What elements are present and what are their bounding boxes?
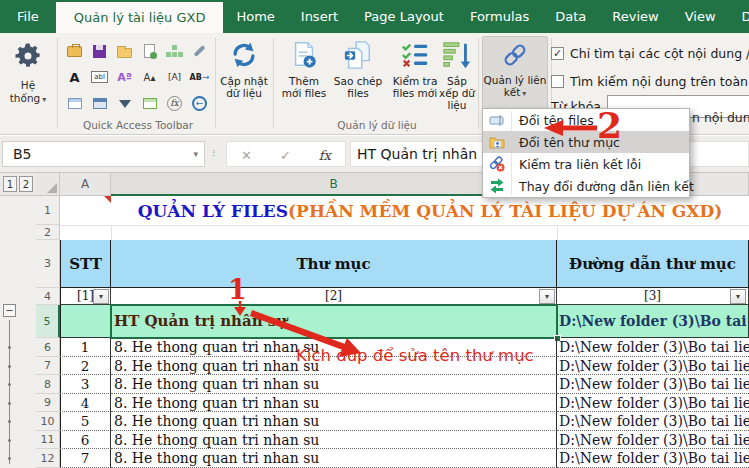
select-text-icon[interactable] [162,64,187,90]
formula-bar-grip-icon[interactable] [212,147,217,160]
briefcase-search-icon[interactable] [62,38,87,64]
cell-path[interactable]: D:\New folder (3)\Bo tai lieu [557,449,749,468]
save-icon[interactable] [87,38,112,64]
cell-folder[interactable]: 8. He thong quan tri nhan su [111,449,557,468]
cell-folder[interactable]: 8. He thong quan tri nhan su [111,357,557,375]
search-option-1[interactable]: Chỉ tìm tại các cột nội dung / mô [551,46,749,61]
menu-item-rename-folder[interactable]: Đổi tên thư mục [483,131,689,153]
cell-path[interactable]: D:\New folder (3)\Bo tai lieu [557,394,749,412]
tab-view[interactable]: View [672,0,729,33]
enter-icon[interactable] [280,145,291,164]
wrench-icon[interactable] [187,38,212,64]
filter-dropdown-a-icon[interactable] [93,289,109,304]
menu-item-rename-files[interactable]: Đổi tên files [483,109,689,131]
cell-folder[interactable]: 8. He thong quan tri nhan su [111,394,557,412]
cell-stt[interactable]: 7 [60,449,111,468]
tab-insert[interactable]: Insert [288,0,351,33]
chevron-down-icon[interactable]: ▾ [193,149,198,159]
font-size-up-icon[interactable] [137,64,162,90]
cell-stt[interactable]: 4 [60,394,111,412]
active-row-cell-a[interactable] [61,305,111,338]
system-menu-button[interactable]: Hệ thống [0,33,56,133]
update-data-button[interactable]: Cập nhật dữ liệu [217,36,271,122]
header-cell-stt[interactable]: STT [61,240,111,288]
cancel-icon[interactable] [241,145,252,164]
tab-home[interactable]: Home [223,0,287,33]
outline-level-2-button[interactable]: 2 [19,176,33,192]
cell-folder[interactable]: 8. He thong quan tri nhan su [111,338,557,357]
checkbox-unchecked-icon[interactable] [551,75,564,88]
tab-review[interactable]: Review [599,0,671,33]
cell-folder[interactable]: 8. He thong quan tri nhan su [111,375,557,394]
row-header-4[interactable]: 4 [36,288,60,305]
sitemap-icon[interactable] [162,38,187,64]
select-all-button[interactable] [36,173,60,196]
row-header-9[interactable]: 9 [36,394,60,412]
cell-path[interactable]: D:\New folder (3)\Bo tai lieu [557,412,749,431]
active-cell-b5[interactable]: HT Quản trị nhân sự [111,305,557,338]
search-content-button-fragment[interactable]: n nội dung [692,110,749,125]
cell-stt[interactable]: 2 [60,357,111,375]
sheet-title[interactable]: QUẢN LÝ FILES (PHẦN MỀM QUẢN LÝ TÀI LIỆU… [111,196,749,225]
sort-data-button[interactable]: Sắp xếp dữ liệu [437,36,477,122]
tab-file[interactable]: File [0,0,56,33]
table-format-icon[interactable] [137,90,162,116]
cell-path[interactable]: D:\New folder (3)\Bo tai lieu [557,431,749,449]
row-header-2[interactable]: 2 [36,225,60,240]
table-search-icon[interactable] [62,90,87,116]
filter-cell-b[interactable]: [2] [111,288,557,305]
back-arrow-icon[interactable] [187,90,212,116]
function-icon[interactable] [162,90,187,116]
menu-item-check-broken-links[interactable]: Kiểm tra liên kết lỗi [483,153,689,175]
cell-folder[interactable]: 8. He thong quan tri nhan su [111,412,557,431]
cell-stt[interactable]: 5 [60,412,111,431]
cell-stt[interactable]: 6 [60,431,111,449]
open-folder-icon[interactable] [112,38,137,64]
row-header-10[interactable]: 10 [36,412,60,431]
row-header-12[interactable]: 12 [36,449,60,468]
filter-cell-c[interactable]: [3] [557,288,749,305]
tab-quan-ly-tai-lieu-gxd[interactable]: Quản lý tài liệu GXD [56,2,224,33]
header-cell-thu-muc[interactable]: Thư mục [111,240,557,288]
row-header-5[interactable]: 5 [36,305,60,338]
search-option-2[interactable]: Tìm kiếm nội dung trên toàn bộ W [551,74,749,89]
excel-window: File Quản lý tài liệu GXD Home Insert Pa… [0,0,749,468]
filter-dropdown-b-icon[interactable] [539,289,555,304]
tab-formulas[interactable]: Formulas [457,0,542,33]
cell-path[interactable]: D:\New folder (3)\Bo tai lieu [557,357,749,375]
add-files-button[interactable]: Thêm mới files [278,36,330,122]
autonumber-icon[interactable] [187,64,212,90]
column-header-a[interactable]: A [60,173,111,196]
cell-path[interactable]: D:\New folder (3)\Bo tai lieu [557,375,749,394]
filter-dropdown-c-icon[interactable] [730,289,746,304]
header-cell-duong-dan[interactable]: Đường dẫn thư mục [557,240,749,288]
menu-item-change-link-path[interactable]: Thay đổi đường dẫn liên kết [483,175,689,197]
row-header-11[interactable]: 11 [36,431,60,449]
check-files-button[interactable]: Kiểm tra files mới [387,36,443,122]
row-header-6[interactable]: 6 [36,338,60,357]
bold-a-icon[interactable] [62,64,87,90]
copy-files-button[interactable]: Sao chép files [331,36,385,122]
tab-page-layout[interactable]: Page Layout [351,0,457,33]
cell-folder[interactable]: 8. He thong quan tri nhan su [111,431,557,449]
row-header-1[interactable]: 1 [36,196,60,225]
textbox-abl-icon[interactable] [87,64,112,90]
font-color-icon[interactable] [112,64,137,90]
checkbox-checked-icon[interactable] [551,47,564,60]
row-header-3[interactable]: 3 [36,240,60,288]
row-header-8[interactable]: 8 [36,375,60,394]
new-file-icon[interactable] [137,38,162,64]
outline-level-1-button[interactable]: 1 [3,176,17,192]
row-header-7[interactable]: 7 [36,357,60,375]
cell-stt[interactable]: 3 [60,375,111,394]
outline-collapse-button[interactable] [3,304,16,317]
cell-path[interactable]: D:\New folder (3)\Bo tai lieu [557,338,749,357]
freeze-window-icon[interactable] [87,90,112,116]
insert-function-icon[interactable] [319,145,331,164]
active-row-cell-c[interactable]: D:\New folder (3)\Bo tai lieu [557,305,749,338]
name-box[interactable]: B5 ▾ [2,141,205,167]
filter-icon[interactable] [112,90,137,116]
tab-developer[interactable]: Developer [729,0,749,33]
cell-stt[interactable]: 1 [60,338,111,357]
tab-data[interactable]: Data [542,0,599,33]
